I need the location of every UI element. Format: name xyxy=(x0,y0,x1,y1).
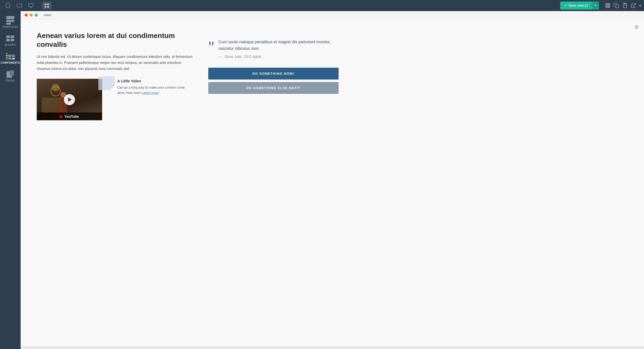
youtube-logo: ▶ xyxy=(60,114,63,119)
right-column: " Cum sociis natoque penatibus et magnis… xyxy=(208,31,339,120)
youtube-bar: ▶ YouTube xyxy=(37,112,102,120)
sidebar-label-templates: TEMPLATES xyxy=(2,26,18,28)
svg-rect-16 xyxy=(616,5,619,8)
sidebar-item-pages[interactable]: PAGES xyxy=(2,68,19,85)
sidebar-label-blocks: BLOCKS xyxy=(5,44,16,46)
pages-icon xyxy=(6,70,15,78)
sidebar-item-blocks[interactable]: BLOCKS xyxy=(2,32,19,49)
svg-rect-7 xyxy=(45,3,46,5)
device-tablet-portrait-btn[interactable] xyxy=(3,2,13,9)
top-toolbar: ✓ Save now (!) ▾ ▾ xyxy=(0,0,644,11)
blocks-icon xyxy=(6,34,15,42)
svg-rect-9 xyxy=(45,6,46,7)
more-dropdown-btn[interactable]: ▾ xyxy=(639,4,641,8)
sidebar-label-components: COMPONENTS xyxy=(1,61,20,64)
save-dropdown-button[interactable]: ▾ xyxy=(592,2,599,10)
save-check-icon: ✓ xyxy=(564,4,567,7)
page-canvas: ⚙ Aenean varius lorem at dui condimentum… xyxy=(21,19,644,346)
window-expand-dot xyxy=(35,14,38,17)
components-icon xyxy=(6,52,15,60)
svg-rect-8 xyxy=(47,3,49,5)
window-minimize-dot xyxy=(30,14,33,17)
device-grid-btn[interactable] xyxy=(42,2,52,9)
video-corner-image xyxy=(98,76,115,90)
svg-rect-4 xyxy=(29,3,33,7)
save-btn-group: ✓ Save now (!) ▾ xyxy=(560,2,599,10)
save-arrow-icon: ▾ xyxy=(595,4,596,7)
browser-chrome: index xyxy=(21,11,644,19)
svg-rect-11 xyxy=(606,3,610,8)
device-tablet-landscape-btn[interactable] xyxy=(15,2,24,9)
cta-primary-button[interactable]: DO SOMETHING NOW! xyxy=(208,68,339,80)
more-arrow-icon: ▾ xyxy=(639,4,641,8)
page-body-text: Ut non lobortis est. Ut dictum scelerisq… xyxy=(37,54,193,72)
video-title: A Little Video xyxy=(117,79,193,83)
toolbar-divider xyxy=(39,3,39,9)
svg-line-19 xyxy=(633,3,635,6)
browser-tab-title: index xyxy=(44,13,52,17)
video-info: A Little Video Can go a long way to make… xyxy=(107,79,193,96)
play-button[interactable] xyxy=(64,94,75,105)
save-now-button[interactable]: ✓ Save now (!) xyxy=(560,2,592,10)
sidebar-label-pages: PAGES xyxy=(6,79,15,82)
page-heading: Aenean varius lorem at dui condimentum c… xyxy=(37,31,193,49)
frame-view-btn[interactable] xyxy=(605,3,611,8)
cta-secondary-button[interactable]: DO SOMETHING ELSE NEXT! xyxy=(208,82,339,94)
video-description: Can go a long way to make your content c… xyxy=(117,85,193,96)
video-thumbnail[interactable]: ▶ YouTube xyxy=(37,79,102,120)
youtube-label: YouTube xyxy=(64,114,79,119)
left-column: Aenean varius lorem at dui condimentum c… xyxy=(37,31,193,120)
save-label: Save now (!) xyxy=(569,4,588,7)
video-block: ▶ YouTube A Little Video Can go a l xyxy=(37,79,193,120)
window-close-dot xyxy=(25,14,28,17)
quote-dash: — xyxy=(218,55,222,59)
quote-author-name: Steve Jobs, CEO Apple xyxy=(224,55,261,59)
page-content: Aenean varius lorem at dui condimentum c… xyxy=(37,31,339,120)
quote-author: — Steve Jobs, CEO Apple xyxy=(218,55,339,59)
content-area: index ⚙ Aenean varius lorem at dui condi… xyxy=(21,11,644,349)
right-icon-group: ▾ xyxy=(605,3,641,8)
sidebar-item-components[interactable]: COMPONENTS xyxy=(2,50,19,67)
quote-text-block: Cum sociis natoque penatibus et magnis d… xyxy=(218,39,339,59)
quote-text: Cum sociis natoque penatibus et magnis d… xyxy=(218,39,339,52)
copy-view-btn[interactable] xyxy=(614,3,619,8)
video-learn-more-link[interactable]: Learn more xyxy=(142,91,159,95)
page-settings-gear[interactable]: ⚙ xyxy=(634,24,639,30)
device-desktop-btn[interactable] xyxy=(26,2,36,9)
templates-icon xyxy=(6,17,15,24)
share-device-btn[interactable] xyxy=(622,3,628,8)
external-link-btn[interactable] xyxy=(631,3,636,8)
sidebar-item-templates[interactable]: TEMPLATES xyxy=(2,14,19,31)
quote-mark-icon: " xyxy=(208,41,215,59)
sidebar: TEMPLATES BLOCKS xyxy=(0,11,21,349)
svg-rect-10 xyxy=(47,6,49,7)
quote-block: " Cum sociis natoque penatibus et magnis… xyxy=(208,36,339,59)
main-layout: TEMPLATES BLOCKS xyxy=(0,11,644,349)
